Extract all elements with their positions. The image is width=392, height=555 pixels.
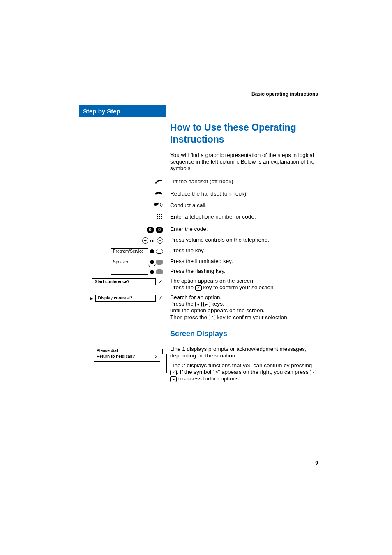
flash-led-icon (150, 268, 154, 276)
header-rule (79, 99, 318, 99)
search-line1: Search for an option. (170, 294, 221, 300)
callout-line (161, 354, 166, 354)
lift-handset-desc: Lift the handset (off-hook). (170, 178, 318, 185)
zero-badge-icon: 0 (147, 227, 154, 233)
key-button-icon (156, 269, 163, 274)
search-line4b: key to confirm your selection. (215, 314, 289, 320)
option-desc: The option appears on the screen. Press … (170, 278, 318, 291)
svg-rect-5 (161, 216, 162, 217)
key-led-dot-icon (150, 249, 154, 253)
start-conference-text: Start conference? (95, 279, 130, 284)
svg-rect-2 (161, 214, 162, 215)
replace-handset-desc: Replace the handset (on-hook). (170, 191, 318, 197)
keypad-desc: Enter a telephone number or code. (170, 214, 318, 220)
code-icon: 0 0 (79, 226, 163, 233)
search-desc: Search for an option. Press the ◂ ▸ keys… (170, 294, 318, 321)
press-key-desc: Press the key. (170, 247, 318, 254)
left-key-icon: ◂ (310, 370, 316, 375)
header-section-title: Basic operating instructions (251, 91, 318, 97)
left-key-icon: ◂ (195, 302, 202, 307)
check-key-icon: ✓ (209, 315, 215, 320)
press-flash-desc: Press the flashing key. (170, 268, 318, 274)
key-button-icon (156, 260, 163, 265)
volume-icon: + or − (79, 237, 163, 244)
screen-display-box: Please dial Return to held call? > (94, 346, 160, 362)
start-conference-display: Start conference? (92, 278, 156, 285)
svg-rect-3 (157, 216, 158, 217)
plus-icon: + (142, 237, 148, 244)
replace-handset-icon (79, 191, 163, 198)
page-title: How to Use these Operating Instructions (170, 122, 318, 145)
screen-p2c: to access further options. (177, 375, 240, 382)
svg-rect-4 (159, 216, 160, 217)
caret-icon: ▸ (90, 295, 93, 302)
option-screen-icon: Start conference? ✓ (79, 278, 163, 286)
program-service-key: Program/Service (111, 248, 148, 254)
display-line2: Return to held call? (97, 354, 157, 359)
gt-symbol: > (155, 354, 157, 360)
callout-line (121, 349, 162, 349)
svg-rect-6 (157, 218, 158, 219)
svg-rect-8 (161, 218, 162, 219)
callout-line (163, 373, 167, 373)
screen-displays-heading: Screen Displays (170, 329, 227, 338)
right-key-icon: ▸ (203, 302, 210, 307)
keypad-icon (79, 214, 163, 222)
callout-line (166, 354, 167, 373)
speaker-key: Speaker (111, 259, 148, 265)
check-key-icon: ✓ (170, 370, 177, 375)
or-text: or (150, 238, 155, 244)
press-flash-icon (79, 268, 163, 276)
blank-key (111, 269, 148, 275)
code-desc: Enter the code. (170, 226, 318, 233)
press-illum-desc: Press the illuminated key. (170, 258, 318, 265)
option-line2b: key to confirm your selection. (202, 284, 275, 290)
search-line3: until the option appears on the screen. (170, 307, 265, 313)
screen-p2: Line 2 displays functions that you can c… (170, 362, 318, 382)
screen-p2a: Line 2 displays functions that you can c… (170, 362, 312, 368)
display-contrast-display: Display contrast? (95, 295, 156, 302)
display-contrast-text: Display contrast? (98, 296, 133, 300)
intro-paragraph: You will find a graphic representation o… (170, 152, 318, 172)
svg-rect-7 (159, 218, 160, 219)
check-icon: ✓ (157, 278, 163, 286)
search-line2a: Press the (170, 301, 195, 307)
right-key-icon: ▸ (170, 376, 177, 382)
key-button-icon (156, 249, 163, 254)
svg-rect-1 (159, 214, 160, 215)
conduct-call-icon (79, 202, 163, 210)
svg-rect-0 (157, 214, 158, 215)
check-icon: ✓ (157, 295, 163, 302)
lift-handset-icon (79, 178, 163, 187)
page-number: 9 (315, 460, 318, 466)
conduct-call-desc: Conduct a call. (170, 202, 318, 209)
step-by-step-header: Step by Step (79, 105, 166, 117)
option-line1: The option appears on the screen. (170, 278, 255, 284)
screen-p2b: . If the symbol ">" appears on the right… (177, 369, 310, 375)
check-key-icon: ✓ (195, 285, 202, 291)
minus-icon: − (157, 237, 163, 244)
press-key-icon: Program/Service (79, 247, 163, 255)
callout-line (162, 349, 163, 354)
search-line2b: keys, (210, 301, 224, 307)
zero-badge-icon: 0 (156, 227, 163, 233)
search-screen-icon: ▸ Display contrast? ✓ (79, 294, 163, 302)
option-line2a: Press the (170, 284, 195, 290)
screen-p1: Line 1 displays prompts or acknowledgmen… (170, 346, 318, 359)
search-line4a: Then press the (170, 314, 209, 320)
volume-desc: Press volume controls on the telephone. (170, 237, 318, 243)
